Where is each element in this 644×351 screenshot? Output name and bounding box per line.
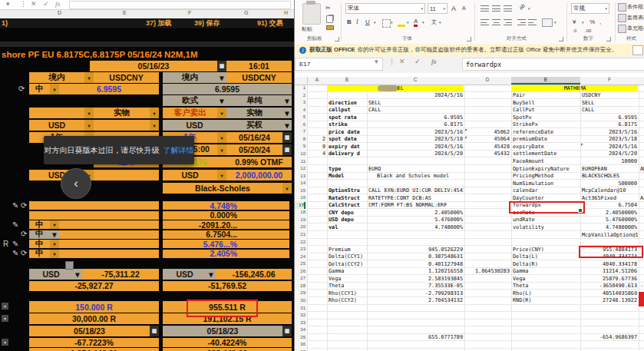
clipboard-dialog-launcher-icon[interactable] bbox=[335, 37, 339, 41]
row-header-14[interactable]: 14 bbox=[295, 180, 305, 187]
cell-E3[interactable]: BuySell bbox=[512, 100, 580, 107]
premium-usd-right[interactable]: -156,245.06 bbox=[216, 269, 292, 280]
row-header-18[interactable]: 18 bbox=[295, 209, 305, 217]
dropdown-icon[interactable]: ▾ bbox=[217, 132, 226, 143]
notional-field[interactable]: 2,000,000.00 bbox=[226, 170, 292, 180]
amount-left[interactable]: 30,000.00 R bbox=[29, 313, 159, 324]
selection-fill-handle[interactable] bbox=[578, 208, 583, 213]
total-left[interactable]: 1,254,446.21 bbox=[29, 348, 159, 351]
cell-E5[interactable]: SpotPx bbox=[512, 114, 580, 121]
cell-C17[interactable]: CMT:FORM FT:BS NORMAL:ERF bbox=[368, 202, 464, 209]
cell-E10[interactable]: settlementDate bbox=[512, 151, 580, 157]
cell-C12[interactable]: EURO bbox=[368, 166, 464, 173]
refresh-icon[interactable]: ⟳ bbox=[21, 230, 27, 238]
settlement-right-select[interactable]: 实物 bbox=[226, 108, 282, 118]
cell-E20[interactable]: volatility bbox=[512, 224, 580, 231]
cell-C18[interactable]: 2.405000% bbox=[368, 210, 464, 217]
column-header-E[interactable]: E bbox=[544, 77, 547, 82]
fill-color-icon[interactable] bbox=[398, 19, 405, 27]
cell-F17[interactable]: 6.7504 bbox=[581, 202, 638, 209]
row-header-4[interactable]: 4 bbox=[295, 107, 305, 114]
cell-A9[interactable]: 0 bbox=[308, 144, 326, 151]
align-right-icon[interactable] bbox=[504, 19, 512, 25]
dropdown-icon[interactable]: ▾ bbox=[2, 303, 8, 310]
notional-ccy-right-select[interactable]: USD bbox=[163, 170, 217, 180]
cell-B7[interactable]: price date bbox=[328, 129, 366, 136]
cell-F11[interactable]: 10000 bbox=[581, 158, 638, 165]
cell-B19[interactable]: USD depo bbox=[328, 217, 366, 224]
cell-B8[interactable]: spot date bbox=[328, 136, 366, 143]
cell-C26[interactable]: 1.120216558 bbox=[368, 268, 464, 275]
enter-icon[interactable]: ✓ bbox=[43, 0, 49, 8]
cell-C15[interactable]: CALL EXN:EURO UI:CUR DELIV:45432 SPOT:45… bbox=[368, 187, 464, 194]
dropdown-icon[interactable]: ▾ bbox=[50, 84, 59, 94]
comma-style-icon[interactable]: , bbox=[599, 18, 601, 25]
cancel-icon[interactable]: ✕ bbox=[31, 0, 37, 8]
cell-E4[interactable]: CallPut bbox=[512, 107, 580, 114]
dropdown-icon[interactable]: ▾ bbox=[50, 240, 59, 248]
row-header-13[interactable]: 13 bbox=[295, 173, 305, 180]
cell-A10[interactable]: 4 bbox=[308, 151, 326, 157]
merge-center-icon[interactable] bbox=[542, 18, 553, 27]
dropdown-icon[interactable]: ▾ bbox=[84, 120, 94, 131]
cell-C6[interactable]: 6.8175 bbox=[368, 121, 464, 128]
settlement-left-select[interactable] bbox=[29, 108, 84, 118]
cell-B18[interactable]: CNY depo bbox=[328, 210, 366, 217]
usd-rate-field[interactable]: 5.476...% bbox=[163, 240, 289, 248]
cell-D26[interactable]: 1.064530283 bbox=[465, 268, 510, 275]
row-header-24[interactable]: 24 bbox=[295, 253, 305, 261]
mid-select[interactable]: 中 bbox=[29, 240, 50, 248]
fill-color-dropdown-icon[interactable]: ▾ bbox=[407, 20, 409, 25]
row-header-35[interactable]: 35 bbox=[295, 334, 305, 342]
cell-D10[interactable]: 45432 bbox=[465, 151, 510, 157]
trade-date-field[interactable]: 05/16/23 bbox=[90, 61, 217, 71]
align-left-icon[interactable] bbox=[481, 19, 489, 25]
cell-B26[interactable]: Gamma bbox=[328, 268, 366, 275]
dropdown-icon[interactable]: ▾ bbox=[2, 339, 8, 346]
cell-F27[interactable]: 25879.67736 bbox=[581, 276, 638, 283]
cell-C19[interactable]: 5.476000% bbox=[368, 217, 464, 224]
result-ccy-left[interactable]: USD bbox=[29, 269, 73, 280]
cell-D8[interactable]: 45064 bbox=[465, 136, 510, 143]
dropdown-icon[interactable]: ▾ bbox=[282, 95, 292, 106]
cell-F9[interactable]: 2024/5/16 bbox=[581, 144, 638, 151]
cell-C16[interactable]: RATETYPE:CONT DCB:A5 bbox=[368, 195, 464, 202]
cell-C2[interactable]: 2024/5/16 bbox=[368, 92, 464, 99]
row-header-33[interactable]: 33 bbox=[295, 320, 305, 327]
shrink-font-icon[interactable]: A bbox=[462, 5, 466, 11]
dropdown-icon[interactable]: ▾ bbox=[50, 220, 59, 229]
background-formula-input[interactable] bbox=[69, 1, 291, 9]
cell-B4[interactable]: callput bbox=[328, 107, 366, 114]
cell-F16[interactable]: Act365Fixed bbox=[581, 195, 638, 202]
cell-E12[interactable]: OptionExpiryNature bbox=[512, 166, 580, 173]
refresh-icon[interactable]: ⟳ bbox=[21, 250, 27, 257]
underline-icon[interactable]: U bbox=[365, 18, 370, 25]
mid-select[interactable]: 中 bbox=[29, 250, 50, 258]
accounting-dropdown-icon[interactable]: ▾ bbox=[582, 20, 584, 25]
pair-left-field[interactable]: USDCNY bbox=[94, 72, 159, 83]
cell-E15[interactable]: calendar bbox=[512, 187, 580, 194]
cell-C23[interactable]: 945.0526229 bbox=[368, 247, 464, 253]
cell-B13[interactable]: Model bbox=[328, 173, 366, 180]
cell-B9[interactable]: expiry dat bbox=[328, 144, 366, 151]
cell-B24[interactable]: Delta(CCY1) bbox=[328, 253, 366, 260]
cell-G12[interactable]: AM bbox=[639, 166, 644, 173]
model-select[interactable]: Black-Scholes bbox=[163, 183, 282, 194]
cell-F21[interactable]: McpVanillaOption@147 bbox=[581, 232, 638, 239]
cell-F4[interactable]: CALL bbox=[581, 107, 638, 114]
pair-right-field[interactable]: USDCNY bbox=[226, 72, 292, 83]
row-header-5[interactable]: 5 bbox=[295, 114, 305, 121]
forward-field[interactable]: 6.7504... bbox=[163, 230, 289, 239]
grow-font-icon[interactable]: A bbox=[451, 5, 456, 12]
column-header-C[interactable]: C bbox=[414, 77, 418, 82]
row-header-20[interactable]: 20 bbox=[295, 224, 305, 231]
row-header-1[interactable]: 1 bbox=[295, 84, 305, 92]
cell-C28[interactable]: 7.35533E-05 bbox=[368, 283, 464, 290]
refresh-icon[interactable]: ⟳ bbox=[21, 202, 27, 210]
row-header-25[interactable]: 25 bbox=[295, 260, 305, 268]
cell-E19[interactable]: undRate bbox=[512, 217, 580, 224]
row-header-12[interactable]: 12 bbox=[295, 165, 305, 173]
cell-C4[interactable]: CALL bbox=[368, 107, 464, 114]
dropdown-icon[interactable]: ▾ bbox=[150, 108, 159, 118]
dropdown-icon[interactable]: ▾ bbox=[73, 269, 82, 280]
